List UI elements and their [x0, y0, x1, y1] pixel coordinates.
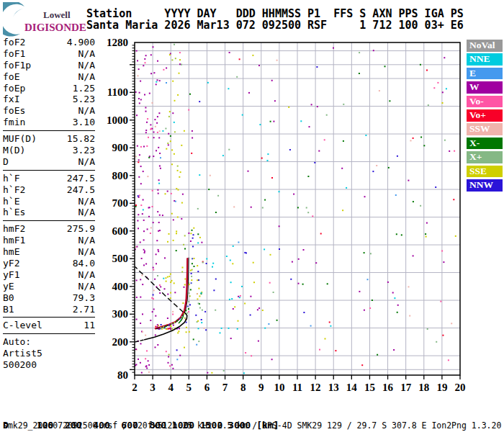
echo-dot: [192, 230, 193, 231]
echo-dot: [158, 230, 159, 232]
echo-dot: [232, 263, 233, 264]
echo-dot: [178, 189, 179, 191]
x-axis-label: 4: [168, 382, 174, 393]
echo-dot: [372, 171, 374, 172]
echo-dot: [198, 302, 199, 304]
echo-dot: [343, 104, 344, 105]
echo-dot: [309, 126, 310, 127]
echo-dot: [176, 359, 178, 360]
echo-dot: [330, 325, 331, 327]
echo-dot: [148, 372, 150, 373]
echo-dot: [147, 176, 148, 177]
echo-dot: [201, 322, 202, 323]
echo-dot: [164, 257, 166, 258]
echo-dot: [170, 292, 171, 294]
echo-dot: [167, 276, 168, 278]
echo-dot: [138, 359, 139, 360]
echo-dot: [140, 204, 142, 206]
echo-dot: [207, 372, 208, 374]
echo-dot: [253, 262, 254, 264]
echo-dot: [164, 288, 166, 289]
echo-dot: [204, 328, 205, 329]
echo-dot: [138, 228, 139, 229]
echo-dot: [303, 312, 305, 313]
echo-dot: [139, 195, 140, 197]
x-mode-echo-dot: [168, 324, 170, 325]
echo-dot: [267, 153, 269, 155]
echo-dot: [413, 201, 414, 202]
echo-dot: [206, 258, 207, 260]
echo-dot: [152, 206, 153, 207]
echo-dot: [158, 251, 159, 252]
echo-dot: [157, 132, 158, 133]
echo-dot: [159, 215, 161, 216]
echo-dot: [175, 201, 176, 202]
echo-dot: [197, 320, 199, 322]
echo-dot: [159, 130, 161, 132]
echo-dot: [197, 265, 198, 266]
echo-dot: [273, 292, 274, 293]
echo-dot: [168, 354, 170, 356]
echo-dot: [276, 60, 278, 61]
echo-dot: [190, 240, 192, 242]
echo-dot: [316, 66, 318, 68]
x-axis-label: 20: [455, 382, 466, 393]
echo-dot: [333, 48, 334, 49]
echo-dot: [199, 307, 201, 309]
echo-dot: [433, 87, 435, 89]
echo-dot: [150, 128, 152, 130]
echo-dot: [167, 318, 168, 319]
echo-dot: [455, 235, 456, 237]
echo-dot: [184, 279, 186, 280]
echo-dot: [367, 279, 369, 280]
echo-dot: [168, 276, 170, 277]
echo-dot: [178, 330, 179, 332]
echo-dot: [182, 194, 184, 195]
echo-dot: [158, 112, 160, 114]
echo-dot: [174, 292, 176, 293]
echo-dot: [136, 297, 138, 298]
echo-dot: [262, 310, 264, 311]
echo-dot: [441, 251, 443, 252]
echo-dot: [170, 274, 171, 275]
x-mode-echo-dot: [176, 320, 178, 322]
echo-dot: [153, 269, 154, 271]
echo-dot: [158, 137, 160, 138]
echo-dot: [384, 66, 386, 67]
echo-dot: [137, 220, 138, 222]
echo-dot: [182, 302, 184, 304]
echo-dot: [341, 168, 343, 169]
echo-dot: [302, 284, 304, 285]
echo-dot: [446, 88, 447, 89]
echo-dot: [157, 116, 158, 117]
echo-dot: [138, 214, 139, 215]
legend-item-NNE: NNE: [467, 53, 503, 66]
legend-item-W: W: [467, 81, 503, 94]
echo-dot: [279, 248, 280, 250]
echo-dot: [172, 368, 174, 369]
echo-dot: [246, 252, 247, 253]
x-mode-echo-dot: [166, 325, 167, 327]
echo-dot: [141, 258, 143, 259]
x-mode-echo-dot: [181, 316, 183, 318]
echo-dot: [165, 193, 166, 194]
echo-dot: [150, 320, 151, 321]
echo-dot: [410, 140, 412, 141]
echo-dot: [273, 121, 274, 122]
echo-dot: [184, 318, 186, 319]
echo-dot: [172, 81, 174, 82]
echo-dot: [231, 298, 233, 300]
echo-dot: [184, 287, 185, 288]
echo-dot: [442, 102, 444, 104]
echo-dot: [379, 90, 380, 91]
x-axis-label: 3: [150, 382, 156, 393]
echo-dot: [307, 176, 309, 177]
echo-dot: [205, 329, 207, 330]
echo-dot: [191, 279, 192, 281]
x-mode-echo-dot: [192, 269, 193, 271]
echo-dot: [252, 55, 253, 56]
echo-dot: [140, 99, 142, 100]
echo-dot: [264, 248, 265, 250]
echo-dot: [173, 240, 174, 241]
echo-dot: [212, 263, 214, 264]
